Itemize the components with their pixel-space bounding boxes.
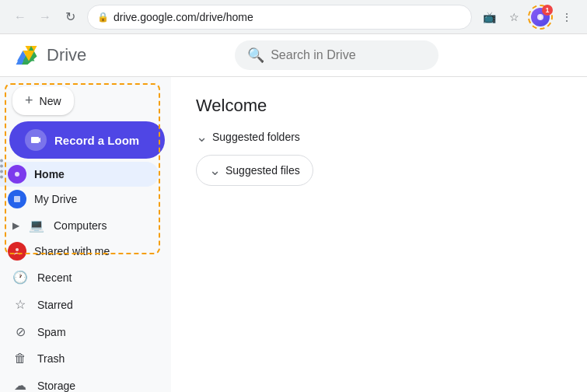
sidebar-nav: Home My Drive ▶ 💻	[0, 162, 171, 392]
sidebar-item-storage[interactable]: ☁ Storage	[0, 372, 159, 392]
screen-cast-button[interactable]: 📺	[478, 6, 500, 28]
full-page: ← → ↻ 🔒 drive.google.com/drive/home 📺 ☆ …	[0, 0, 587, 392]
sidebar: + New Record a Loom	[0, 77, 171, 392]
svg-point-6	[16, 248, 19, 251]
app-logo: Drive	[12, 41, 86, 69]
loom-badge: 1	[542, 5, 553, 16]
svg-rect-2	[31, 137, 39, 143]
search-bar[interactable]: 🔍	[235, 40, 439, 70]
app-layout: + New Record a Loom	[0, 77, 587, 392]
suggested-files-button[interactable]: ⌄ Suggested files	[196, 155, 313, 186]
computers-expand-icon: ▶	[12, 220, 19, 231]
forward-button[interactable]: →	[34, 6, 56, 28]
camera-icon	[30, 135, 41, 145]
sidebar-item-trash[interactable]: 🗑 Trash	[0, 345, 159, 372]
trash-icon: 🗑	[12, 352, 28, 366]
storage-label: Storage	[37, 380, 75, 392]
my-drive-label: My Drive	[34, 193, 77, 205]
sidebar-item-recent[interactable]: 🕐 Recent	[0, 264, 159, 291]
loom-mydrive-icon	[12, 194, 22, 204]
loom-shared-icon	[12, 247, 22, 256]
main-content: Welcome ⌄ Suggested folders ⌄ Suggested …	[171, 77, 587, 392]
address-text: drive.google.com/drive/home	[114, 11, 253, 23]
sidebar-item-spam[interactable]: ⊘ Spam	[0, 318, 159, 345]
record-loom-button[interactable]: Record a Loom	[9, 121, 165, 159]
computers-label: Computers	[54, 219, 107, 232]
suggested-files-label: Suggested files	[225, 164, 300, 177]
recent-icon: 🕐	[12, 270, 28, 285]
address-icon: 🔒	[97, 12, 109, 23]
reload-button[interactable]: ↻	[59, 6, 81, 28]
starred-label: Starred	[37, 299, 73, 311]
sidebar-item-home[interactable]: Home	[0, 162, 159, 187]
loom-icon-home	[8, 165, 26, 184]
app-name: Drive	[47, 45, 86, 65]
back-button[interactable]: ←	[9, 6, 31, 28]
home-label: Home	[34, 168, 65, 180]
suggested-folders-label: Suggested folders	[212, 131, 300, 143]
new-label: New	[40, 95, 61, 107]
starred-icon: ☆	[12, 297, 28, 312]
suggested-folders-header[interactable]: ⌄ Suggested folders	[196, 128, 562, 145]
drive-app: Drive 🔍	[0, 34, 587, 392]
record-loom-label: Record a Loom	[54, 134, 139, 147]
spam-label: Spam	[37, 326, 66, 338]
menu-button[interactable]: ⋮	[556, 6, 578, 28]
sidebar-item-computers[interactable]: ▶ 💻 Computers	[0, 212, 159, 239]
browser-actions: 📺 ☆ 1 ⋮	[478, 5, 578, 30]
drive-logo-icon	[12, 41, 40, 69]
spam-icon: ⊘	[12, 324, 28, 339]
sidebar-item-shared-with-me[interactable]: Shared with me	[0, 239, 159, 264]
loom-extension-button[interactable]: 1	[528, 5, 553, 30]
new-button[interactable]: + New	[12, 86, 74, 115]
loom-icon-shared	[8, 242, 26, 261]
computers-icon: 💻	[29, 218, 44, 233]
sidebar-item-my-drive[interactable]: My Drive	[0, 187, 159, 212]
storage-icon: ☁	[12, 378, 28, 392]
browser-chrome: ← → ↻ 🔒 drive.google.com/drive/home 📺 ☆ …	[0, 0, 587, 34]
shared-with-me-label: Shared with me	[34, 245, 110, 257]
search-input[interactable]	[271, 48, 426, 62]
svg-marker-3	[39, 138, 40, 142]
sidebar-item-starred[interactable]: ☆ Starred	[0, 291, 159, 318]
folders-chevron-icon: ⌄	[196, 128, 208, 145]
bookmark-button[interactable]: ☆	[503, 6, 525, 28]
svg-point-4	[15, 172, 19, 177]
record-icon	[25, 129, 47, 151]
welcome-title: Welcome	[196, 96, 562, 116]
loom-icon-my-drive	[8, 190, 26, 208]
search-icon: 🔍	[247, 47, 264, 64]
address-bar[interactable]: 🔒 drive.google.com/drive/home	[87, 5, 472, 30]
svg-rect-5	[14, 196, 20, 202]
files-chevron-icon: ⌄	[209, 162, 221, 179]
loom-home-icon	[12, 170, 22, 179]
nav-buttons: ← → ↻	[9, 6, 81, 28]
plus-icon: +	[25, 93, 33, 109]
drive-top-bar: Drive 🔍	[0, 34, 587, 77]
trash-label: Trash	[37, 352, 65, 365]
recent-label: Recent	[37, 271, 72, 284]
